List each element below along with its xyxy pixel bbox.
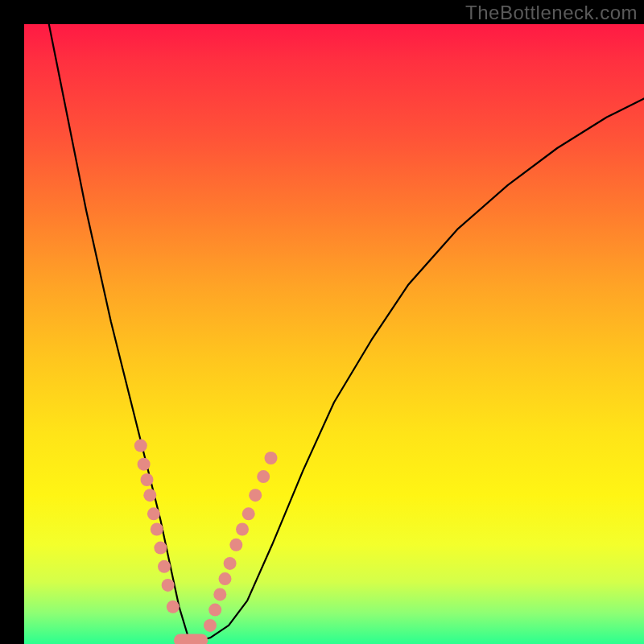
data-point	[219, 572, 232, 585]
data-point	[154, 542, 167, 555]
data-point	[143, 489, 156, 502]
data-point	[229, 539, 242, 551]
data-point	[208, 604, 221, 617]
chart-frame: TheBottleneck.com	[0, 0, 644, 644]
bottom-pill	[174, 634, 208, 644]
data-point	[204, 619, 217, 632]
data-point	[147, 507, 160, 520]
data-point	[162, 579, 175, 592]
data-point	[265, 452, 278, 464]
data-point	[249, 489, 262, 502]
bottleneck-curve	[49, 24, 644, 641]
data-point	[167, 601, 180, 613]
bottom-marker	[174, 634, 208, 644]
data-point	[213, 588, 226, 601]
data-point	[257, 470, 270, 483]
data-points-group	[134, 440, 278, 632]
chart-svg	[24, 24, 644, 644]
data-point	[236, 523, 249, 536]
data-point	[224, 557, 237, 570]
data-point	[151, 523, 163, 536]
watermark: TheBottleneck.com	[465, 2, 638, 24]
data-point	[138, 458, 151, 471]
data-point	[242, 507, 255, 520]
data-point	[158, 560, 171, 573]
data-point	[141, 473, 154, 486]
data-point	[134, 440, 147, 452]
